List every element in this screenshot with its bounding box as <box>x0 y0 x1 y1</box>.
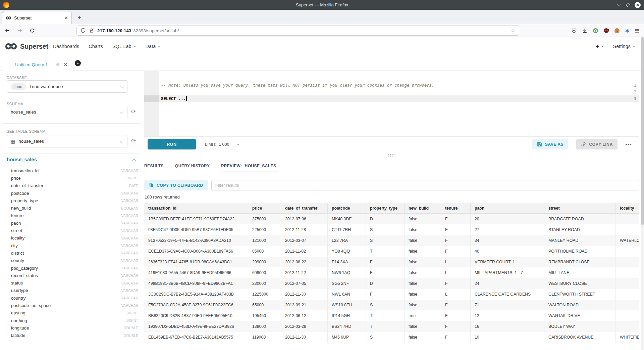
column-item[interactable]: postcodeVARCHAR <box>0 189 144 197</box>
table-cell: WAGTAIL DRIVE <box>544 310 616 321</box>
collapse-chevron-up-icon[interactable] <box>132 159 136 162</box>
column-type: VARCHAR <box>121 266 138 270</box>
forward-icon[interactable] <box>17 28 22 33</box>
schema-select[interactable]: house_sales <box>7 106 127 118</box>
nav-item-data[interactable]: Data <box>141 44 165 49</box>
column-item[interactable]: latitudeDOUBLE <box>0 332 144 339</box>
superset-logo[interactable]: Superset <box>5 43 48 50</box>
schema-label: SCHEMA <box>7 102 23 106</box>
column-item[interactable]: paonVARCHAR <box>0 219 144 227</box>
reload-icon[interactable] <box>30 28 35 33</box>
containers-extension-icon[interactable]: ✱ <box>625 28 629 33</box>
column-item[interactable]: eastingBIGINT <box>0 309 144 317</box>
column-header-transaction_id[interactable]: transaction_id <box>144 203 248 214</box>
table-cell: F <box>366 257 405 267</box>
run-button[interactable]: RUN <box>148 139 196 149</box>
downloads-icon[interactable] <box>582 28 588 34</box>
table-cell: 65000 <box>248 300 281 310</box>
cookie-extension-icon[interactable] <box>614 28 620 34</box>
new-tab-button[interactable]: + <box>78 15 82 21</box>
limit-control[interactable]: LIMIT: 1 000 <box>205 142 239 147</box>
column-header-tenure[interactable]: tenure <box>441 203 471 214</box>
nav-item-charts[interactable]: Charts <box>84 44 108 49</box>
column-item[interactable]: priceBIGINT <box>0 174 144 182</box>
add-new-button[interactable]: + <box>596 43 604 50</box>
refresh-tables-icon[interactable]: ⟳ <box>131 138 136 144</box>
browser-tab-superset[interactable]: Superset ✕ <box>2 11 72 24</box>
table-cell: F5C273AC-0D2A-458F-8279-9C61F0C22EC6 <box>144 300 248 310</box>
nav-item-dashboards[interactable]: Dashboards <box>48 44 84 49</box>
column-name: longitude <box>11 325 124 331</box>
column-item[interactable]: property_typeVARCHAR <box>0 197 144 204</box>
column-item[interactable]: northingBIGINT <box>0 317 144 324</box>
column-item[interactable]: cityVARCHAR <box>0 242 144 249</box>
window-maximize-icon[interactable] <box>626 3 630 7</box>
column-item[interactable]: localityVARCHAR <box>0 234 144 242</box>
refresh-schemas-icon[interactable]: ⟳ <box>131 109 136 115</box>
tab-results[interactable]: RESULTS <box>144 159 164 172</box>
table-schema-title[interactable]: house_sales <box>7 157 37 162</box>
tab-preview-house-sales[interactable]: PREVIEW: `HOUSE_SALES` <box>221 159 278 172</box>
privacy-extension-icon[interactable] <box>593 28 598 34</box>
drag-handle-icon[interactable]: ⋮⋮ <box>6 63 12 67</box>
add-query-tab-button[interactable]: + <box>75 60 81 66</box>
column-item[interactable]: countyVARCHAR <box>0 257 144 264</box>
window-close-icon[interactable]: ✕ <box>635 2 641 8</box>
column-header-price[interactable]: price <box>248 203 281 214</box>
settings-menu[interactable]: Settings <box>613 44 635 49</box>
table-cell: STANLEY ROAD <box>544 224 616 235</box>
column-item[interactable]: countryVARCHAR <box>0 294 144 302</box>
page-scrollbar[interactable] <box>641 37 644 350</box>
insecure-lock-icon[interactable] <box>89 28 94 33</box>
table-select[interactable]: ▦ house_sales <box>7 135 127 147</box>
table-cell: BS24 7HD <box>328 321 366 332</box>
tab-query-history[interactable]: QUERY HISTORY <box>175 159 210 172</box>
window-title: Superset — Mozilla Firefox <box>0 2 644 7</box>
pane-resize-handle[interactable] <box>387 154 396 157</box>
column-item[interactable]: new_buildBOOLEAN <box>0 204 144 212</box>
column-item[interactable]: districtVARCHAR <box>0 249 144 257</box>
more-actions-button[interactable]: ••• <box>626 142 632 147</box>
superset-favicon-icon <box>6 16 11 20</box>
query-tab-untitled[interactable]: ⋮⋮ Untitled Query 1 ✕ <box>3 58 71 71</box>
column-header-property_type[interactable]: property_type <box>366 203 405 214</box>
shield-permissions-icon[interactable] <box>80 28 86 33</box>
column-item[interactable]: date_of_transferDATE <box>0 182 144 189</box>
table-cell: WATERLOO <box>616 235 639 246</box>
copy-link-button[interactable]: COPY LINK <box>576 139 618 149</box>
url-bar[interactable]: 217.160.120.143 :32393/superset/sqllab/ … <box>76 26 519 36</box>
column-item[interactable]: statusVARCHAR <box>0 279 144 287</box>
save-as-button[interactable]: SAVE AS <box>532 139 569 149</box>
sql-code-editor[interactable]: 1 2 3 -- Note: Unless you save your quer… <box>144 71 639 136</box>
column-header-locality[interactable]: locality <box>616 203 639 214</box>
column-item[interactable]: usertypeVARCHAR <box>0 287 144 294</box>
column-item[interactable]: postcode_no_spaceVARCHAR <box>0 302 144 309</box>
column-header-new_build[interactable]: new_build <box>405 203 441 214</box>
column-item[interactable]: ppd_categoryVARCHAR <box>0 264 144 272</box>
nav-item-sql-lab[interactable]: SQL Lab <box>108 44 141 49</box>
column-header-paon[interactable]: paon <box>471 203 544 214</box>
column-header-postcode[interactable]: postcode <box>328 203 366 214</box>
filter-results-input[interactable] <box>211 180 639 190</box>
column-item[interactable]: tenureVARCHAR <box>0 212 144 219</box>
copy-to-clipboard-button[interactable]: COPY TO CLIPBOARD <box>144 180 208 190</box>
column-item[interactable]: transaction_idVARCHAR <box>0 167 144 174</box>
bookmark-star-icon[interactable]: ☆ <box>511 28 515 34</box>
column-item[interactable]: longitudeDOUBLE <box>0 324 144 332</box>
pocket-icon[interactable] <box>571 28 577 34</box>
ublock-icon[interactable]: uO <box>603 28 609 34</box>
column-header-street[interactable]: street <box>544 203 616 214</box>
window-minimize-icon[interactable] <box>617 2 622 6</box>
hamburger-menu-icon[interactable] <box>634 28 640 34</box>
table-row: 193907D3-5DBD-453D-A49E-9FEE27DAB9261380… <box>144 321 639 332</box>
database-select[interactable]: trino Trino warehouse <box>7 80 127 93</box>
column-type: BIGINT <box>126 176 138 180</box>
column-header-date_of_transfer[interactable]: date_of_transfer <box>281 203 328 214</box>
scrollbar-thumb[interactable] <box>641 37 644 225</box>
results-table: transaction_idpricedate_of_transferpostc… <box>144 203 639 343</box>
column-item[interactable]: streetVARCHAR <box>0 227 144 234</box>
query-tab-close-icon[interactable]: ✕ <box>64 62 67 67</box>
column-item[interactable]: record_statusVARCHAR <box>0 272 144 279</box>
back-icon[interactable] <box>5 28 10 33</box>
tab-close-icon[interactable]: ✕ <box>64 15 68 20</box>
